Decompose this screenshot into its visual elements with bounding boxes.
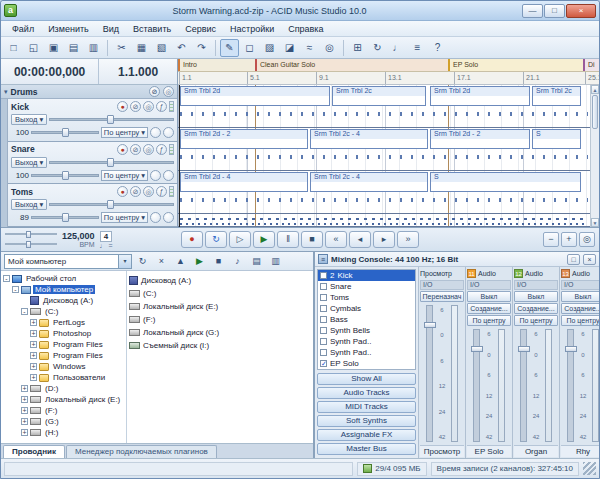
tree-label[interactable]: (D:) (43, 384, 60, 393)
paint-tool-icon[interactable]: ▨ (260, 39, 279, 57)
expander[interactable]: - (21, 308, 28, 315)
mute-button[interactable]: ⊘ (130, 101, 141, 112)
pan-slider[interactable] (31, 213, 99, 222)
channel-checkbox[interactable] (320, 316, 327, 323)
track-lanes[interactable]: Srm Trbl 2d Srm Trbl 2c Srm Trbl 2d Srm … (178, 85, 590, 227)
audio-clip[interactable]: Srm Trbl 2d (430, 86, 530, 106)
solo-button[interactable]: ◎ (143, 186, 154, 197)
insert-fx-button[interactable]: Создание... (514, 303, 558, 314)
pan-button[interactable]: По центру (561, 315, 599, 326)
up-folder-icon[interactable]: ▲ (172, 254, 189, 269)
show-all-button[interactable]: Show All (317, 373, 416, 385)
close-icon[interactable]: × (583, 254, 596, 265)
tree-label[interactable]: Мой компьютер (33, 285, 95, 294)
metronome-icon[interactable]: ♩ (388, 39, 407, 57)
menu-help[interactable]: Справка (281, 23, 330, 35)
channel-checkbox[interactable] (320, 349, 327, 356)
volume-fader[interactable] (473, 329, 480, 442)
tree-label[interactable]: (G:) (43, 417, 61, 426)
tree-item-floppy-a[interactable]: Дисковод (A:) (1, 295, 126, 306)
audio-clip[interactable]: Srm Trbl 2c - 4 (310, 129, 428, 149)
file-label[interactable]: Локальный диск (G:) (143, 328, 219, 337)
zoom-tool-icon[interactable]: ◎ (320, 39, 339, 57)
file-label[interactable]: Съемный диск (I:) (143, 341, 209, 350)
minimize-button[interactable]: — (522, 4, 543, 18)
channel-label[interactable]: Toms (330, 293, 349, 302)
lane-next-partial[interactable] (178, 214, 590, 227)
arm-record-button[interactable]: ● (117, 101, 128, 112)
mixer-channel-list[interactable]: 2Kick Snare Toms Cymbals Bass Synth Bell… (317, 269, 416, 370)
fx-knob[interactable] (150, 212, 161, 223)
tree-item-photoshop[interactable]: +Photoshop (1, 328, 126, 339)
chevron-down-icon[interactable]: ▾ (118, 255, 131, 268)
audio-clip[interactable]: S (532, 129, 581, 149)
file-label[interactable]: (C:) (143, 289, 156, 298)
timecode-display[interactable]: 00:00:00,000 (1, 59, 99, 84)
delete-icon[interactable]: × (153, 254, 170, 269)
solo-button[interactable]: ◎ (143, 101, 154, 112)
go-to-end-button[interactable]: » (397, 231, 419, 248)
draw-tool-icon[interactable]: ✎ (220, 39, 239, 57)
channel-label[interactable]: Cymbals (330, 304, 361, 313)
time-ruler[interactable]: 1.1 5.1 9.1 13.1 17.1 21.1 25.1 (178, 72, 599, 85)
refresh-icon[interactable]: ↻ (134, 254, 151, 269)
expander[interactable]: - (3, 275, 10, 282)
menu-view[interactable]: Вид (96, 23, 126, 35)
channel-item-toms[interactable]: Toms (318, 292, 415, 303)
tree-label[interactable]: Пользователи (51, 373, 107, 382)
stop-preview-icon[interactable]: ■ (210, 254, 227, 269)
file-list[interactable]: Дисковод (A:) (C:) Локальный диск (E:) (… (127, 271, 313, 443)
midi-clip[interactable]: Srm Trbl 2d - 4 (180, 172, 308, 192)
section-marker-ep-solo[interactable]: EP Solo (448, 59, 583, 71)
maximize-button[interactable]: □ (544, 4, 565, 18)
channel-checkbox[interactable] (320, 272, 327, 279)
tree-item-users[interactable]: +Пользователи (1, 372, 126, 383)
file-item-drive-g[interactable]: Локальный диск (G:) (129, 326, 311, 339)
tab-explorer[interactable]: Проводник (3, 445, 65, 458)
expander[interactable]: + (30, 363, 37, 370)
folder-tree[interactable]: -Рабочий стол -Мой компьютер Дисковод (A… (1, 271, 127, 443)
audio-clip[interactable]: Srm Trbl 2c (532, 86, 581, 106)
play-button[interactable]: ▶ (253, 231, 275, 248)
channel-item-synth-bells[interactable]: Synth Bells (318, 325, 415, 336)
tree-item-drive-f[interactable]: +(F:) (1, 405, 126, 416)
save-project-icon[interactable]: ▣ (44, 39, 63, 57)
tree-item-windows[interactable]: +Windows (1, 361, 126, 372)
io-button[interactable]: I/O (420, 280, 464, 290)
insert-fx-button[interactable]: Создание... (561, 303, 599, 314)
strip-name[interactable]: Rhy (561, 445, 599, 457)
mute-button[interactable]: Выкл (561, 291, 599, 302)
group-solo-button[interactable]: ◎ (163, 86, 174, 97)
channel-checkbox[interactable] (320, 294, 327, 301)
pan-slider[interactable] (31, 171, 99, 180)
pan-button[interactable]: По центру (514, 315, 558, 326)
scroll-down-icon[interactable]: ▼ (591, 218, 599, 227)
io-button[interactable]: I/O (514, 280, 558, 290)
assignable-fx-button[interactable]: Assignable FX (317, 429, 416, 441)
tab-plugin-manager[interactable]: Менеджер подключаемых плагинов (66, 445, 217, 458)
properties-icon[interactable]: ▥ (84, 39, 103, 57)
resize-grip[interactable] (583, 462, 596, 475)
section-marker-di[interactable]: Di (583, 59, 599, 71)
strip-name[interactable]: EP Solo (467, 445, 511, 457)
send-knob[interactable] (163, 212, 174, 223)
channel-label[interactable]: Bass (330, 315, 348, 324)
expander[interactable]: + (21, 385, 28, 392)
scroll-up-icon[interactable]: ▲ (591, 85, 599, 94)
send-knob[interactable] (163, 170, 174, 181)
output-bus-button[interactable]: Выход▾ (11, 157, 47, 168)
channel-label[interactable]: Synth Pad.. (330, 348, 371, 357)
channel-item-cymbals[interactable]: Cymbals (318, 303, 415, 314)
pause-button[interactable]: ‖ (277, 231, 299, 248)
io-button[interactable]: I/O (561, 280, 599, 290)
bpm-value[interactable]: 125,000 (62, 231, 95, 241)
menu-insert[interactable]: Вставить (126, 23, 178, 35)
track-header-toms[interactable]: Toms ● ⊘ ◎ ƒ Выход▾ (8, 184, 177, 227)
tree-label[interactable]: Photoshop (51, 329, 93, 338)
tree-label[interactable]: Windows (51, 362, 87, 371)
file-label[interactable]: Локальный диск (E:) (143, 302, 218, 311)
volume-slider[interactable] (49, 158, 174, 167)
timeline-vertical-scrollbar[interactable]: ▲ ▼ (590, 85, 599, 227)
file-item-drive-e[interactable]: Локальный диск (E:) (129, 300, 311, 313)
solo-button[interactable]: ◎ (143, 144, 154, 155)
